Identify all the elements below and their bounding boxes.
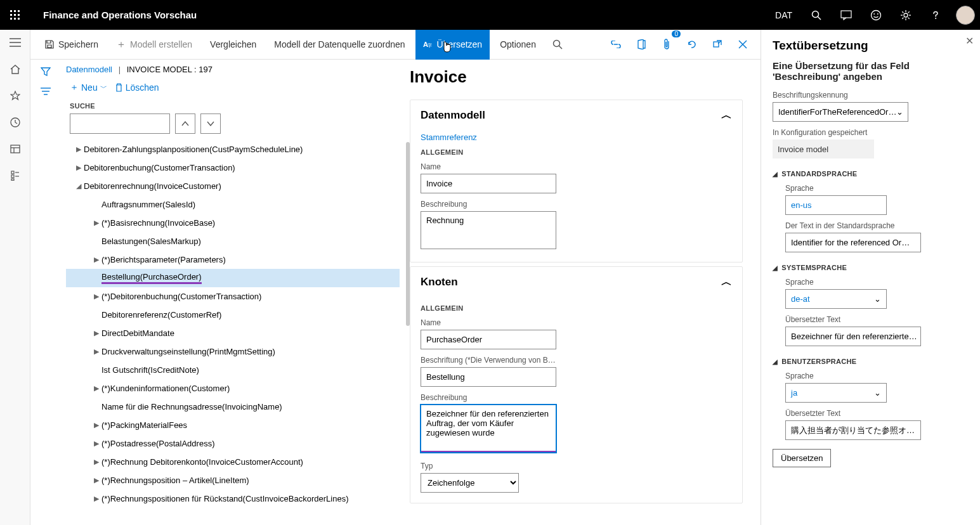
tree-row[interactable]: ▶(*)Debitorenbuchung(CustomerTransaction… — [66, 287, 400, 306]
help-icon[interactable] — [920, 0, 950, 30]
tree-expander[interactable]: ▶ — [74, 145, 84, 153]
home-icon[interactable] — [9, 63, 22, 75]
scrollbar[interactable] — [406, 142, 410, 326]
filter-icon[interactable] — [41, 67, 51, 76]
std-lang-value[interactable]: en-us — [785, 195, 887, 215]
options-button[interactable]: Optionen — [492, 30, 544, 60]
tree-row[interactable]: ▶(*)Postadresse(PostalAddress) — [66, 434, 400, 453]
svg-point-24 — [935, 18, 936, 19]
tree-row[interactable]: ▶(*)Rechnungspositionen für Rückstand(Cu… — [66, 489, 400, 508]
chevron-down-icon: ﹀ — [100, 83, 107, 93]
save-button[interactable]: Speichern — [37, 30, 106, 60]
std-lang-header[interactable]: ◢STANDARDSPRACHE — [773, 170, 969, 178]
star-icon[interactable] — [9, 89, 22, 102]
tree-expander[interactable]: ▶ — [91, 421, 101, 429]
tree-expander[interactable]: ▶ — [91, 495, 101, 503]
tree-row[interactable]: Belastungen(SalesMarkup) — [66, 232, 400, 250]
modules-icon[interactable] — [9, 169, 22, 182]
tree-row[interactable]: ▶(*)Rechnung Debitorenkonto(InvoiceCusto… — [66, 453, 400, 471]
tree-row[interactable]: ▶DirectDebitMandate — [66, 324, 400, 342]
map-model-button[interactable]: Modell der Datenquelle zuordnen — [266, 30, 412, 60]
tree-row[interactable]: ▶(*)Basisrechnung(InvoiceBase) — [66, 214, 400, 232]
popout-icon[interactable] — [706, 33, 729, 56]
tree-item-label: Debitorenreferenz(CustomerRef) — [101, 310, 221, 320]
breadcrumb-root[interactable]: Datenmodell — [66, 65, 112, 74]
messages-icon[interactable] — [831, 0, 861, 30]
user-lang-header[interactable]: ◢BENUTZERSPRACHE — [773, 358, 969, 365]
sys-lang-header[interactable]: ◢SYSTEMSPRACHE — [773, 264, 969, 271]
name-field[interactable] — [421, 174, 556, 193]
tree-expander[interactable]: ▶ — [91, 329, 101, 337]
options-label: Optionen — [500, 39, 536, 49]
office-icon[interactable] — [630, 33, 653, 56]
do-translate-button[interactable]: Übersetzen — [773, 449, 831, 467]
tree-row[interactable]: ▶Debitorenbuchung(CustomerTransaction) — [66, 159, 400, 177]
link-icon[interactable] — [604, 33, 627, 56]
search-input[interactable] — [70, 113, 170, 134]
desc-field[interactable]: Rechnung — [421, 211, 556, 249]
node-name-field[interactable] — [421, 330, 556, 349]
tree-item-label: Ist Gutschrift(IsCreditNote) — [101, 365, 199, 375]
close-icon[interactable] — [731, 33, 754, 56]
caption-field[interactable] — [421, 367, 556, 387]
shell: Speichern ＋ Modell erstellen Vergleichen… — [0, 30, 980, 525]
tree-expander[interactable]: ▶ — [91, 347, 101, 356]
tree-expander[interactable]: ▶ — [91, 458, 101, 466]
root-reference-link[interactable]: Stammreferenz — [421, 133, 732, 142]
gear-icon[interactable] — [891, 0, 920, 30]
actionbar: Speichern ＋ Modell erstellen Vergleichen… — [30, 30, 761, 60]
compare-button[interactable]: Vergleichen — [202, 30, 264, 60]
new-button[interactable]: ＋Neu ﹀ — [70, 82, 107, 93]
tree-row[interactable]: ▶(*)Berichtsparameter(Parameters) — [66, 250, 400, 269]
node-desc-field[interactable]: Bezeichner für den referenzierten Auftra… — [421, 405, 556, 453]
menu-icon[interactable] — [9, 36, 22, 49]
leftnav — [0, 30, 30, 525]
clock-icon[interactable] — [9, 116, 22, 129]
user-lang-select[interactable]: ja⌄ — [785, 383, 887, 403]
tree-expander[interactable]: ▶ — [91, 256, 101, 264]
tree-row[interactable]: ▶(*)Kundeninformationen(Customer) — [66, 379, 400, 398]
env-badge[interactable]: DAT — [766, 0, 801, 30]
panel-close-icon[interactable]: ✕ — [965, 35, 974, 47]
std-text-value[interactable]: Identifier for the referenced Or… — [785, 233, 921, 252]
tree-row[interactable]: Name für die Rechnungsadresse(InvoicingN… — [66, 398, 400, 416]
tree-expander[interactable]: ▶ — [91, 384, 101, 392]
smiley-icon[interactable] — [861, 0, 891, 30]
tree-expander[interactable]: ◢ — [74, 182, 84, 190]
lines-icon[interactable] — [41, 88, 51, 95]
tree-row[interactable]: ◢Debitorenrechnung(InvoiceCustomer) — [66, 177, 400, 195]
tree-row[interactable]: Auftragsnummer(SalesId) — [66, 195, 400, 214]
tree-expander[interactable]: ▶ — [91, 439, 101, 448]
type-select[interactable]: Zeichenfolge — [421, 473, 519, 493]
tree-expander[interactable]: ▶ — [91, 219, 101, 227]
tree-expander[interactable]: ▶ — [91, 292, 101, 301]
tree-row[interactable]: Debitorenreferenz(CustomerRef) — [66, 306, 400, 324]
tree-row[interactable]: ▶Debitoren-Zahlungsplanpositionen(CustPa… — [66, 140, 400, 159]
new-model-button[interactable]: ＋ Modell erstellen — [108, 30, 200, 60]
app-launcher-icon[interactable] — [0, 0, 30, 30]
avatar[interactable] — [950, 0, 980, 30]
search-up-button[interactable] — [175, 113, 195, 134]
tree-row[interactable]: ▶(*)Rechnungsposition – Artikel(LineItem… — [66, 471, 400, 489]
panel-subtitle: Eine Übersetzung für das Feld 'Beschreib… — [773, 60, 969, 82]
tree-expander[interactable]: ▶ — [74, 164, 84, 172]
attachments-icon[interactable]: 0 — [655, 33, 678, 56]
search-down-button[interactable] — [200, 113, 221, 134]
search-icon[interactable] — [801, 0, 831, 30]
tree-row[interactable]: ▶(*)PackingMaterialFees — [66, 416, 400, 434]
ident-select[interactable]: IdentifierForTheReferencedOr…⌄ — [773, 102, 908, 122]
actionbar-search-icon[interactable] — [546, 33, 569, 56]
tree-expander[interactable]: ▶ — [91, 476, 101, 484]
user-text-value[interactable]: 購入担当者が割り当てた参照オ… — [785, 420, 921, 440]
section-node-header[interactable]: Knoten ︿ — [410, 267, 742, 297]
sys-text-value[interactable]: Bezeichner für den referenzierte… — [785, 327, 921, 346]
sys-lang-select[interactable]: de-at⌄ — [785, 289, 887, 309]
refresh-icon[interactable] — [681, 33, 703, 56]
translate-button[interactable]: A字 Übersetzen — [415, 30, 490, 60]
section-datamodel-header[interactable]: Datenmodell ︿ — [410, 100, 742, 130]
delete-button[interactable]: Löschen — [115, 82, 159, 93]
tree-row[interactable]: ▶Druckverwaltungseinstellung(PrintMgmtSe… — [66, 342, 400, 361]
tree-row[interactable]: Bestellung(PurchaseOrder) — [66, 269, 400, 287]
tree-row[interactable]: Ist Gutschrift(IsCreditNote) — [66, 361, 400, 379]
workspace-icon[interactable] — [9, 143, 22, 155]
